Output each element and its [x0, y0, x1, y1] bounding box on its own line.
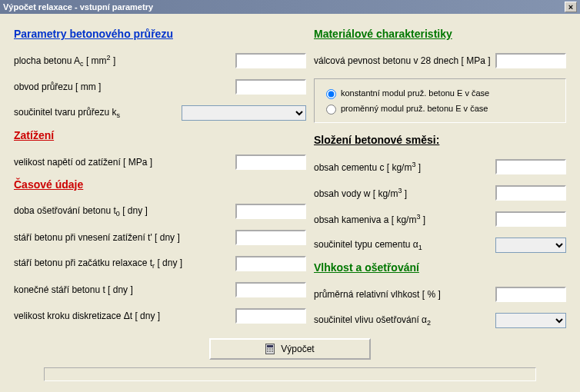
water-label: obsah vody w [ kg/m3 ] — [314, 187, 495, 199]
svg-rect-3 — [269, 348, 271, 350]
age-relax-label: stáří betonu při začátku relaxace tr [ d… — [14, 257, 235, 270]
cure-input[interactable] — [235, 204, 306, 219]
age-load-label: stáří betonu při vnesení zatížení t' [ d… — [14, 232, 235, 243]
aggregate-label: obsah kameniva a [ kg/m3 ] — [314, 213, 495, 225]
shape-coef-select[interactable] — [182, 105, 306, 121]
svg-rect-5 — [267, 350, 268, 352]
modulus-const-radio[interactable] — [326, 89, 336, 99]
cement-input[interactable] — [495, 159, 566, 174]
svg-rect-2 — [267, 348, 268, 350]
modulus-var-option[interactable]: proměnný modul pruž. betonu E v čase — [322, 102, 558, 115]
stress-input[interactable] — [235, 154, 306, 170]
age-relax-input[interactable] — [235, 256, 306, 271]
modulus-group: konstantní modul pruž. betonu E v čase p… — [314, 78, 566, 123]
modulus-const-option[interactable]: konstantní modul pruž. betonu E v čase — [322, 87, 558, 99]
age-end-label: konečné stáří betonu t [ dny ] — [14, 284, 235, 295]
age-end-input[interactable] — [235, 282, 306, 297]
window-title: Výpočet relaxace - vstupní parametry — [3, 0, 153, 14]
cement-type-label: součinitel typu cementu α1 — [314, 239, 495, 251]
calculator-icon — [265, 344, 275, 354]
svg-rect-4 — [272, 348, 273, 350]
modulus-var-radio[interactable] — [326, 105, 336, 115]
svg-rect-1 — [267, 345, 273, 347]
age-load-input[interactable] — [235, 230, 306, 245]
fck-label: válcová pevnost betonu v 28 dnech [ MPa … — [314, 55, 495, 66]
section-cross-section: Parametry betonového průřezu — [14, 28, 306, 40]
svg-rect-7 — [272, 350, 273, 352]
aggregate-input[interactable] — [495, 211, 566, 227]
compute-button[interactable]: Výpočet — [209, 338, 371, 360]
cement-label: obsah cementu c [ kg/m3 ] — [314, 161, 495, 173]
care-coef-label: součinitel vlivu ošetřování α2 — [314, 314, 495, 327]
stress-label: velikost napětí od zatížení [ MPa ] — [14, 157, 235, 168]
section-humidity: Vlhkost a ošetřování — [314, 261, 566, 274]
care-coef-select[interactable] — [495, 313, 566, 328]
shape-coef-label: součinitel tvaru průřezu ks — [14, 107, 182, 119]
rh-input[interactable] — [495, 287, 566, 302]
perimeter-label: obvod průřezu [ mm ] — [14, 81, 235, 92]
close-icon[interactable]: × — [565, 2, 577, 12]
perimeter-input[interactable] — [235, 79, 306, 95]
area-label: plocha betonu Ac [ mm2 ] — [14, 54, 235, 68]
water-input[interactable] — [495, 185, 566, 201]
section-time: Časové údaje — [14, 178, 306, 191]
compute-button-label: Výpočet — [281, 344, 314, 354]
step-label: velikost kroku diskretizace Δt [ dny ] — [14, 311, 235, 321]
section-load: Zatížení — [14, 129, 306, 141]
step-input[interactable] — [235, 308, 306, 324]
cure-label: doba ošetřování betonu t0 [ dny ] — [14, 205, 235, 218]
titlebar: Výpočet relaxace - vstupní parametry × — [0, 0, 580, 14]
fck-input[interactable] — [495, 53, 566, 68]
section-material: Materiálové charakteristiky — [314, 28, 566, 40]
area-input[interactable] — [235, 53, 306, 68]
cement-type-select[interactable] — [495, 238, 566, 253]
rh-label: průměrná relativní vlhkost [ % ] — [314, 289, 495, 300]
section-mix: Složení betonové směsi: — [314, 134, 566, 146]
svg-rect-6 — [269, 350, 271, 352]
status-bar — [44, 367, 536, 381]
